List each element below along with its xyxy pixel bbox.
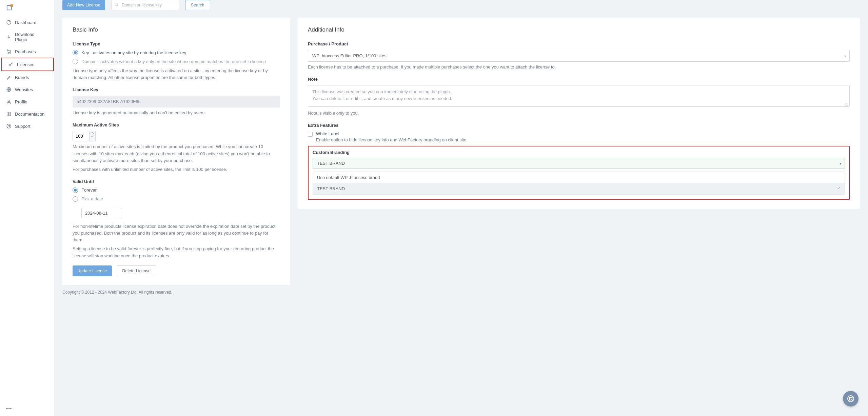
- sidebar-item-profile[interactable]: Profile: [0, 96, 54, 108]
- footer-text: Copyright © 2012 - 2024 WebFactory Ltd. …: [62, 290, 172, 295]
- date-input[interactable]: [81, 208, 122, 218]
- sidebar-item-brands[interactable]: Brands: [0, 71, 54, 83]
- license-type-label: License Type: [73, 41, 280, 46]
- max-sites-stepper[interactable]: [73, 131, 280, 141]
- lifebuoy-icon: [6, 123, 12, 129]
- white-label-text: White Label: [316, 131, 466, 136]
- svg-point-9: [8, 125, 9, 127]
- svg-point-10: [6, 408, 7, 409]
- valid-until-label: Valid Until: [73, 179, 280, 184]
- update-license-button[interactable]: Update License: [73, 265, 112, 276]
- svg-point-3: [8, 53, 8, 54]
- sidebar-item-label: Websites: [15, 87, 33, 92]
- additional-info-title: Additional Info: [308, 26, 850, 33]
- sidebar-item-purchases[interactable]: Purchases: [0, 45, 54, 58]
- note-help: Note is visible only to you.: [308, 110, 850, 117]
- key-icon: [8, 62, 14, 67]
- sidebar-item-label: Licenses: [17, 62, 34, 67]
- license-key-label: License Key: [73, 87, 280, 92]
- delete-license-button[interactable]: Delete License: [117, 265, 157, 276]
- svg-point-11: [11, 408, 12, 409]
- purchase-label: Purchase / Product: [308, 41, 850, 46]
- sidebar-item-documentation[interactable]: Documentation: [0, 108, 54, 120]
- radio-icon: [73, 59, 78, 64]
- brush-icon: [6, 75, 12, 80]
- sidebar-item-dashboard[interactable]: Dashboard: [0, 16, 54, 28]
- extra-features-label: Extra Features: [308, 123, 850, 128]
- search-wrap: [111, 0, 179, 10]
- license-key-help: License key is generated automatically a…: [73, 110, 280, 116]
- max-sites-input[interactable]: [73, 131, 90, 141]
- search-button[interactable]: Search: [185, 0, 210, 10]
- additional-info-panel: Additional Info Purchase / Product WP .h…: [298, 18, 860, 209]
- radio-key[interactable]: Key - activates on any site by entering …: [73, 50, 280, 55]
- branding-value: TEST BRAND: [317, 161, 345, 166]
- resize-icon[interactable]: [844, 102, 848, 106]
- checkbox-icon: [308, 132, 313, 137]
- white-label-help: Enable option to hide license key info a…: [316, 137, 466, 142]
- add-license-button[interactable]: Add New License: [62, 0, 105, 10]
- svg-point-14: [849, 397, 852, 400]
- globe-icon: [6, 87, 12, 92]
- nav: Dashboard Download Plugin Purchases Lice…: [0, 16, 54, 132]
- stepper-buttons[interactable]: [90, 131, 96, 141]
- help-bubble-button[interactable]: [843, 391, 859, 407]
- svg-rect-1: [11, 4, 13, 7]
- sidebar-item-label: Support: [15, 124, 31, 129]
- license-key-value: [73, 96, 280, 107]
- purchase-value: WP .htaccess Editor PRO, 1/100 sites: [312, 53, 387, 58]
- sidebar-item-licenses[interactable]: Licenses: [1, 58, 54, 71]
- user-icon: [6, 99, 12, 104]
- basic-info-panel: Basic Info License Type Key - activates …: [62, 18, 290, 285]
- sidebar-item-label: Documentation: [15, 112, 44, 117]
- max-sites-label: Maximum Active Sites: [73, 122, 280, 127]
- chevron-down-icon: ▾: [844, 54, 846, 58]
- radio-pick-date[interactable]: Pick a date: [73, 196, 280, 202]
- search-input[interactable]: [111, 0, 179, 10]
- purchase-select[interactable]: WP .htaccess Editor PRO, 1/100 sites ▾: [308, 50, 850, 62]
- svg-point-12: [115, 3, 118, 6]
- sidebar-item-support[interactable]: Support: [0, 120, 54, 132]
- sidebar-item-download[interactable]: Download Plugin: [0, 28, 54, 45]
- valid-help-2: Setting a license to be valid forever is…: [73, 245, 280, 259]
- radio-key-label: Key - activates on any site by entering …: [81, 50, 186, 55]
- search-icon: [114, 2, 119, 8]
- custom-branding-label: Custom Branding: [313, 150, 845, 155]
- sidebar-item-websites[interactable]: Websites: [0, 83, 54, 96]
- dd-item-default[interactable]: Use default WP .htaccess brand: [313, 172, 845, 183]
- radio-forever[interactable]: Forever: [73, 187, 280, 193]
- basic-info-title: Basic Info: [73, 26, 280, 33]
- white-label-checkbox[interactable]: White Label Enable option to hide licens…: [308, 131, 850, 142]
- sidebar-item-label: Download Plugin: [15, 32, 48, 42]
- radio-pick-label: Pick a date: [81, 196, 103, 201]
- license-type-help: License type only affects the way the li…: [73, 67, 280, 81]
- download-icon: [6, 34, 12, 40]
- svg-point-4: [10, 53, 11, 54]
- radio-icon: [73, 187, 78, 193]
- sidebar-item-label: Brands: [15, 75, 29, 80]
- valid-help-1: For non-lifetime products license expira…: [73, 223, 280, 243]
- note-label: Note: [308, 77, 850, 82]
- cart-icon: [6, 49, 12, 54]
- radio-icon: [73, 196, 78, 202]
- branding-select[interactable]: TEST BRAND ▾: [313, 158, 845, 169]
- collapse-icon[interactable]: [6, 406, 12, 411]
- main: Add New License Search Basic Info Licens…: [54, 0, 868, 416]
- sidebar-item-label: Dashboard: [15, 20, 37, 25]
- note-textarea[interactable]: [308, 85, 850, 107]
- radio-domain[interactable]: Domain - activates without a key only on…: [73, 59, 280, 64]
- book-icon: [6, 111, 12, 117]
- max-help-1: Maximum number of active sites is limite…: [73, 143, 280, 164]
- branding-dropdown: Use default WP .htaccess brand TEST BRAN…: [313, 172, 845, 195]
- radio-forever-label: Forever: [81, 187, 97, 193]
- radio-domain-label: Domain - activates without a key only on…: [81, 59, 266, 64]
- dd-item-label: Use default WP .htaccess brand: [317, 175, 380, 180]
- max-help-2: For purchases with unlimited number of a…: [73, 166, 280, 173]
- radio-icon: [73, 50, 78, 55]
- logo: [0, 0, 54, 15]
- chevron-down-icon: ▾: [840, 161, 841, 165]
- toolbar: Add New License Search: [54, 0, 868, 10]
- dd-item-test-brand[interactable]: TEST BRAND ✓: [313, 183, 845, 194]
- gauge-icon: [6, 20, 12, 25]
- footer: Copyright © 2012 - 2024 WebFactory Ltd. …: [62, 290, 860, 295]
